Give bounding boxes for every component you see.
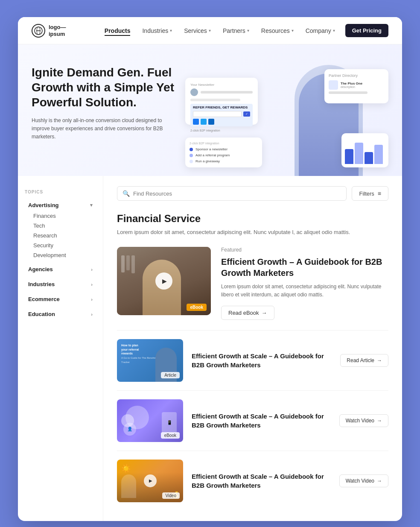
sidebar-group-ecommerce-header[interactable]: Ecommerce › (25, 293, 96, 305)
chart-bar-3 (365, 152, 373, 164)
article-image-3: ☀️ 💰 ▶ Video (117, 460, 183, 502)
section-description: Lorem ipsum dolor sit amet, consectetur … (117, 228, 388, 237)
sidebar-group-ecommerce: Ecommerce › (25, 293, 96, 305)
arrow-icon: → (377, 478, 382, 484)
logo-text: logo— ipsum (49, 24, 66, 37)
topics-label: TOPICS (25, 190, 96, 194)
hero-text: Ignite Demand Gen. Fuel Growth with a Si… (32, 65, 177, 162)
arrow-icon: → (377, 357, 382, 363)
hero-section: Ignite Demand Gen. Fuel Growth with a Si… (18, 44, 402, 176)
sidebar-item-research[interactable]: Research (30, 231, 96, 240)
chevron-down-icon: ▾ (170, 28, 172, 33)
article-image-2: 📱 👤 eBook (117, 399, 183, 442)
article-info-2: Efficient Growth at Scale – A Guidebook … (192, 412, 331, 430)
article-info-1: Efficient Growth at Scale – A Guidebook … (192, 351, 332, 369)
sidebar-group-agencies-header[interactable]: Agencies › (25, 264, 96, 275)
hero-visuals: Your Newsletter REFER FRIENDS, GET REWAR… (185, 65, 388, 176)
featured-article-info: Featured Efficient Growth – A Guidebook … (221, 247, 388, 320)
play-icon: ▶ (149, 478, 152, 483)
chart-bar-2 (355, 143, 363, 164)
article-title-1: Efficient Growth at Scale – A Guidebook … (192, 351, 332, 369)
hero-card-partner: Partner Directory The Plus One descripti… (324, 69, 388, 103)
chevron-down-icon: ▾ (333, 28, 335, 33)
sidebar-item-tech[interactable]: Tech (30, 221, 96, 231)
watch-video-button-2[interactable]: Watch Video → (339, 474, 388, 487)
arrow-icon: → (377, 418, 382, 424)
search-icon: 🔍 (122, 190, 130, 197)
article-card-1: How to planyour referralrewardsA Go-to G… (117, 330, 388, 390)
article-badge-2: eBook (161, 432, 180, 439)
sidebar-group-industries-header[interactable]: Industries › (25, 278, 96, 290)
hero-card-chart (341, 133, 388, 167)
play-icon: ▶ (162, 278, 167, 284)
sidebar-group-industries: Industries › (25, 278, 96, 290)
chevron-down-icon: ▾ (209, 28, 211, 33)
chevron-down-icon: ▾ (90, 202, 93, 208)
nav-industries[interactable]: Industries ▾ (142, 26, 172, 36)
sidebar-item-development[interactable]: Development (30, 250, 96, 260)
chevron-right-icon: › (91, 312, 93, 317)
hero-card-newsletter: Your Newsletter REFER FRIENDS, GET REWAR… (185, 78, 258, 125)
nav-partners[interactable]: Partners ▾ (223, 26, 249, 36)
chevron-right-icon: › (91, 282, 93, 287)
article-info-3: Efficient Growth at Scale – A Guidebook … (192, 472, 331, 490)
play-button[interactable]: ▶ (155, 272, 172, 290)
browser-window: logo— ipsum Products Industries ▾ Servic… (18, 17, 402, 521)
video-play-overlay[interactable]: ▶ (144, 474, 157, 487)
watch-video-button-1[interactable]: Watch Video → (339, 414, 388, 427)
chart-bar-1 (345, 149, 353, 164)
article-card-2: 📱 👤 eBook Efficient Growth at Scale – A … (117, 390, 388, 451)
article-card-3: ☀️ 💰 ▶ Video Efficient Growth at Scale –… (117, 451, 388, 511)
chevron-down-icon: ▾ (292, 28, 294, 33)
nav-company[interactable]: Company ▾ (306, 26, 335, 36)
article-badge-1: Article (161, 372, 180, 378)
sidebar-group-education: Education › (25, 308, 96, 320)
search-filter-row: 🔍 Filters ≡ (117, 186, 388, 201)
featured-article-card: ▶ eBook Featured Efficient Growth – A Gu… (117, 247, 388, 320)
chevron-right-icon: › (91, 297, 93, 302)
read-ebook-button[interactable]: Read eBook → (221, 306, 274, 320)
arrow-icon: → (262, 310, 267, 316)
sidebar-advertising-subitems: Finances Tech Research Security Developm… (25, 211, 96, 260)
sidebar-group-advertising-header[interactable]: Advertising ▾ (25, 199, 96, 211)
article-image-1: How to planyour referralrewardsA Go-to G… (117, 339, 183, 382)
filter-icon: ≡ (378, 190, 381, 197)
sidebar-group-education-header[interactable]: Education › (25, 308, 96, 320)
article-badge-3: Video (162, 492, 180, 499)
featured-tag: Featured (221, 247, 388, 253)
featured-article-image: ▶ eBook (117, 247, 211, 315)
chart-bar-4 (374, 145, 383, 164)
article-title-2: Efficient Growth at Scale – A Guidebook … (192, 412, 331, 430)
search-box[interactable]: 🔍 (117, 186, 347, 201)
sidebar-item-security[interactable]: Security (30, 240, 96, 250)
sidebar: TOPICS Advertising ▾ Finances Tech Resea… (18, 176, 103, 521)
sidebar-group-advertising: Advertising ▾ Finances Tech Research Sec… (25, 199, 96, 260)
navbar: logo— ipsum Products Industries ▾ Servic… (18, 17, 402, 44)
sidebar-item-finances[interactable]: Finances (30, 211, 96, 221)
nav-products[interactable]: Products (105, 26, 131, 36)
nav-links: Products Industries ▾ Services ▾ Partner… (105, 26, 335, 36)
article-title-3: Efficient Growth at Scale – A Guidebook … (192, 472, 331, 490)
hero-description: Hushly is the only all-in-one conversion… (32, 117, 177, 141)
hero-card-integration: 2-click B2P integration Sponsor a newsle… (185, 138, 262, 167)
ebook-badge: eBook (187, 304, 207, 311)
chevron-down-icon: ▾ (247, 28, 249, 33)
chevron-right-icon: › (91, 267, 93, 272)
search-input[interactable] (133, 190, 341, 197)
nav-resources[interactable]: Resources ▾ (261, 26, 294, 36)
content-area: TOPICS Advertising ▾ Finances Tech Resea… (18, 176, 402, 521)
hero-title: Ignite Demand Gen. Fuel Growth with a Si… (32, 65, 177, 110)
get-pricing-button[interactable]: Get Pricing (345, 24, 388, 37)
section-title: Financial Service (117, 213, 388, 225)
main-content: 🔍 Filters ≡ Financial Service Lorem ipsu… (103, 176, 402, 521)
featured-article-title: Efficient Growth – A Guidebook for B2B G… (221, 256, 388, 278)
logo-icon (32, 24, 45, 38)
featured-article-description: Lorem ipsum dolor sit amet, consectetur … (221, 283, 388, 299)
nav-services[interactable]: Services ▾ (184, 26, 211, 36)
sidebar-group-agencies: Agencies › (25, 264, 96, 275)
logo[interactable]: logo— ipsum (32, 24, 66, 38)
read-article-button-1[interactable]: Read Article → (340, 354, 388, 367)
filters-button[interactable]: Filters ≡ (352, 186, 388, 201)
